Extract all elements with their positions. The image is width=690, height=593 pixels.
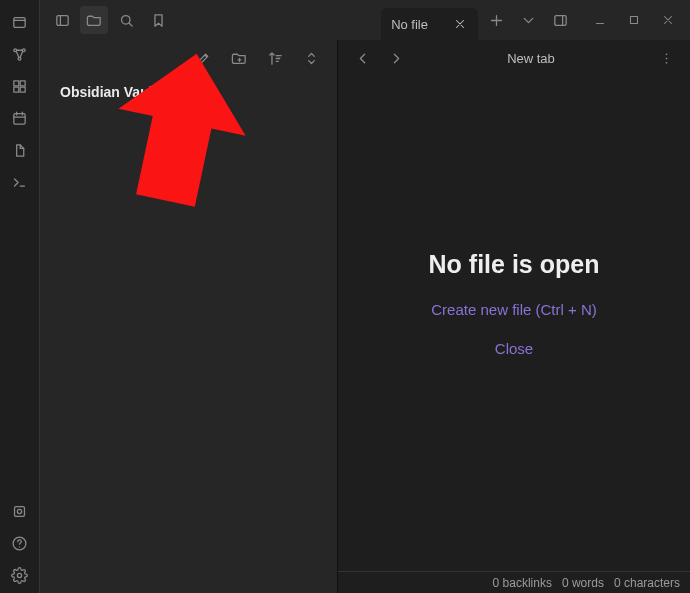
svg-rect-7 <box>20 87 25 92</box>
svg-rect-6 <box>14 87 19 92</box>
status-words[interactable]: 0 words <box>562 576 604 590</box>
daily-note-icon[interactable] <box>6 104 34 132</box>
collapse-icon[interactable] <box>297 44 325 72</box>
close-link[interactable]: Close <box>495 340 533 357</box>
forward-icon[interactable] <box>382 44 410 72</box>
graph-view-icon[interactable] <box>6 40 34 68</box>
svg-point-20 <box>665 61 667 63</box>
svg-point-10 <box>17 509 21 513</box>
new-tab-icon[interactable] <box>482 6 510 34</box>
tab-no-file[interactable]: No file <box>381 8 478 40</box>
vault-icon[interactable] <box>6 497 34 525</box>
svg-point-19 <box>665 57 667 59</box>
more-options-icon[interactable] <box>652 50 680 67</box>
window-close-icon[interactable] <box>654 6 682 34</box>
maximize-icon[interactable] <box>620 6 648 34</box>
svg-rect-15 <box>554 15 565 25</box>
editor-title: New tab <box>416 51 646 66</box>
help-icon[interactable] <box>6 529 34 557</box>
command-palette-icon[interactable] <box>6 168 34 196</box>
no-file-heading: No file is open <box>429 250 600 279</box>
editor-pane: New tab No file is open Create new file … <box>338 40 690 593</box>
minimize-icon[interactable] <box>586 6 614 34</box>
canvas-icon[interactable] <box>6 72 34 100</box>
tab-label: No file <box>391 17 428 32</box>
tab-dropdown-icon[interactable] <box>514 6 542 34</box>
svg-rect-9 <box>15 506 25 516</box>
status-backlinks[interactable]: 0 backlinks <box>493 576 552 590</box>
quick-switcher-icon[interactable] <box>6 8 34 36</box>
search-icon[interactable] <box>112 6 140 34</box>
file-toolbar <box>40 40 337 76</box>
sort-icon[interactable] <box>261 44 289 72</box>
new-note-icon[interactable] <box>189 44 217 72</box>
svg-point-12 <box>17 573 21 577</box>
templates-icon[interactable] <box>6 136 34 164</box>
left-ribbon <box>0 0 40 593</box>
svg-rect-4 <box>14 80 19 85</box>
status-bar: 0 backlinks 0 words 0 characters <box>338 571 690 593</box>
new-folder-icon[interactable] <box>225 44 253 72</box>
svg-rect-8 <box>14 113 25 124</box>
svg-rect-16 <box>631 17 638 24</box>
settings-icon[interactable] <box>6 561 34 589</box>
title-bar: No file <box>40 0 690 40</box>
file-explorer-icon[interactable] <box>80 6 108 34</box>
editor-header: New tab <box>338 40 690 76</box>
right-sidebar-toggle-icon[interactable] <box>546 6 574 34</box>
file-sidebar: Obsidian Vault <box>40 40 338 593</box>
back-icon[interactable] <box>348 44 376 72</box>
close-icon[interactable] <box>452 16 468 32</box>
create-new-file-link[interactable]: Create new file (Ctrl + N) <box>431 301 596 318</box>
svg-rect-0 <box>14 17 25 27</box>
sidebar-toggle-icon[interactable] <box>48 6 76 34</box>
status-characters[interactable]: 0 characters <box>614 576 680 590</box>
svg-rect-13 <box>56 15 67 25</box>
bookmarks-icon[interactable] <box>144 6 172 34</box>
vault-title[interactable]: Obsidian Vault <box>40 76 337 108</box>
svg-rect-5 <box>20 80 25 85</box>
svg-point-18 <box>665 53 667 55</box>
